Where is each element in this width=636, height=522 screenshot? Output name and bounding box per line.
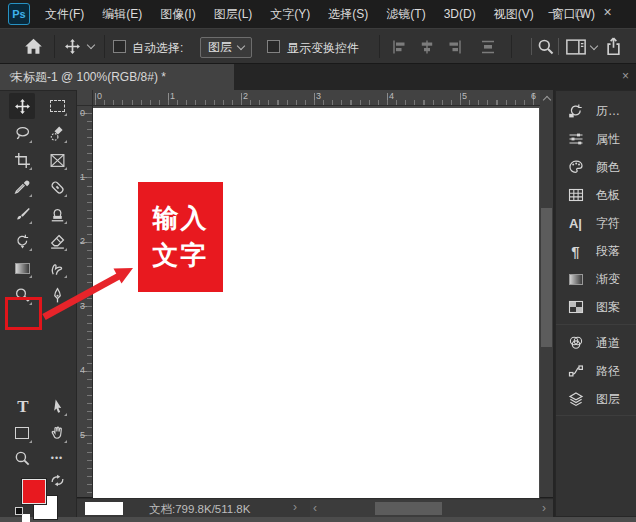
foreground-color-swatch[interactable] [22,479,46,504]
close-tab-icon[interactable]: × [622,69,629,83]
menu-view[interactable]: 视图(V) [485,0,543,28]
panel-tab-color[interactable]: 颜色 [556,153,636,181]
panel-tab-properties[interactable]: 属性 [556,125,636,153]
vertical-scrollbar-thumb[interactable] [541,208,552,347]
gradient-tool[interactable] [9,255,35,281]
align-left-edges-icon[interactable] [391,39,409,55]
panel-tab-channels[interactable]: 通道 [556,329,636,357]
menu-image[interactable]: 图像(I) [151,0,204,28]
ruler-label: 0 [80,108,85,118]
quick-selection-tool[interactable] [44,120,70,146]
panel-tab-history[interactable]: 历… [556,97,636,125]
menu-file[interactable]: 文件(F) [36,0,93,28]
menu-bar: 文件(F) 编辑(E) 图像(I) 图层(L) 文字(Y) 选择(S) 滤镜(T… [36,0,604,28]
ruler-label: 2 [80,236,85,246]
horizontal-scrollbar[interactable]: ‹ › [310,500,553,517]
panel-tab-paths[interactable]: 路径 [556,357,636,385]
lasso-tool[interactable] [9,120,35,146]
menu-select[interactable]: 选择(S) [319,0,377,28]
default-colors-icon[interactable] [15,507,31,522]
brush-tool[interactable] [9,201,35,227]
pattern-icon [567,299,584,315]
scroll-up-arrow[interactable] [540,90,553,106]
show-transform-checkbox[interactable] [267,40,280,53]
history-icon [567,103,584,119]
paragraph-icon: ¶ [567,244,584,259]
type-tool[interactable]: T [10,393,36,419]
status-expand-icon[interactable]: › [293,500,297,514]
share-icon[interactable] [605,37,622,56]
more-tools-icon: ••• [51,453,63,463]
auto-select-target-value: 图层 [208,39,232,56]
vertical-scrollbar[interactable] [540,106,553,497]
menu-layer[interactable]: 图层(L) [205,0,262,28]
ruler-label: 5 [80,430,85,440]
menu-filter[interactable]: 滤镜(T) [377,0,434,28]
channels-icon [567,335,584,351]
ruler-origin-corner[interactable] [77,90,93,106]
eraser-tool[interactable] [44,228,70,254]
rectangle-tool[interactable] [9,420,35,446]
ruler-label: 5 [462,91,467,101]
window-bottom-edge [0,517,636,522]
eyedropper-tool[interactable] [9,174,35,200]
horizontal-scrollbar-thumb[interactable] [375,502,442,515]
photoshop-logo: Ps [8,3,30,25]
panel-tab-swatches[interactable]: 色板 [556,181,636,209]
pen-tool[interactable] [44,282,70,308]
spot-healing-brush-tool[interactable] [44,174,70,200]
path-selection-tool[interactable] [44,393,70,419]
panel-tab-character[interactable]: A| 字符 [556,209,636,237]
ruler-label: 0 [97,91,102,101]
minimize-button[interactable]: − [538,0,565,24]
panel-tab-label: 色板 [596,187,620,204]
auto-select-target-dropdown[interactable]: 图层 [200,37,252,58]
text-layer-box[interactable]: 输入 文字 [138,182,223,292]
maximize-button[interactable]: □ [566,0,593,24]
history-brush-tool[interactable] [9,228,35,254]
zoom-percent-field[interactable] [85,502,123,515]
panel-tab-label: 图层 [596,391,620,408]
panel-tab-pattern[interactable]: 图案 [556,293,636,321]
search-icon[interactable] [537,38,555,56]
chevron-down-icon[interactable] [590,42,598,50]
frame-tool[interactable] [44,147,70,173]
home-icon[interactable] [24,37,43,56]
edit-toolbar-button[interactable]: ••• [44,445,70,471]
zoom-tool[interactable] [9,445,35,471]
panel-tab-gradient[interactable]: 渐变 [556,265,636,293]
panel-tab-label: 字符 [596,215,620,232]
ruler-label: 1 [170,91,175,101]
move-tool[interactable] [9,93,35,119]
paths-icon [567,363,584,379]
move-tool-icon[interactable] [64,38,81,55]
panel-tab-layers[interactable]: 图层 [556,385,636,413]
distribute-icon[interactable] [479,39,497,55]
scroll-left-arrow[interactable]: ‹ [313,501,317,515]
ruler-label: 6 [531,91,536,101]
chevron-down-icon[interactable] [87,41,95,49]
tool-options-bar: 自动选择: 图层 显示变换控件 [0,28,636,64]
smudge-tool[interactable] [44,255,70,281]
auto-select-checkbox[interactable] [113,40,126,53]
menu-type[interactable]: 文字(Y) [261,0,319,28]
vertical-ruler: 0 1 2 3 4 5 [77,106,93,497]
panel-tab-paragraph[interactable]: ¶ 段落 [556,237,636,265]
scroll-right-arrow[interactable]: › [542,501,546,515]
collapse-panels-icon[interactable]: « [9,67,16,82]
clone-stamp-tool[interactable] [44,201,70,227]
document-tab[interactable]: 未标题-1 @ 100%(RGB/8#) * × [0,64,234,90]
crop-tool[interactable] [9,147,35,173]
align-right-edges-icon[interactable] [445,39,463,55]
workspace-icon[interactable] [565,39,587,55]
align-vertical-centers-icon[interactable] [418,39,436,55]
properties-icon [567,131,584,147]
swap-colors-icon[interactable] [50,473,65,488]
menu-edit[interactable]: 编辑(E) [93,0,151,28]
close-window-button[interactable]: × [594,0,621,24]
menu-3d[interactable]: 3D(D) [435,0,485,28]
ruler-label: 2 [243,91,248,101]
rectangular-marquee-tool[interactable] [44,93,70,119]
document-canvas[interactable] [93,108,539,498]
hand-tool[interactable] [44,420,70,446]
